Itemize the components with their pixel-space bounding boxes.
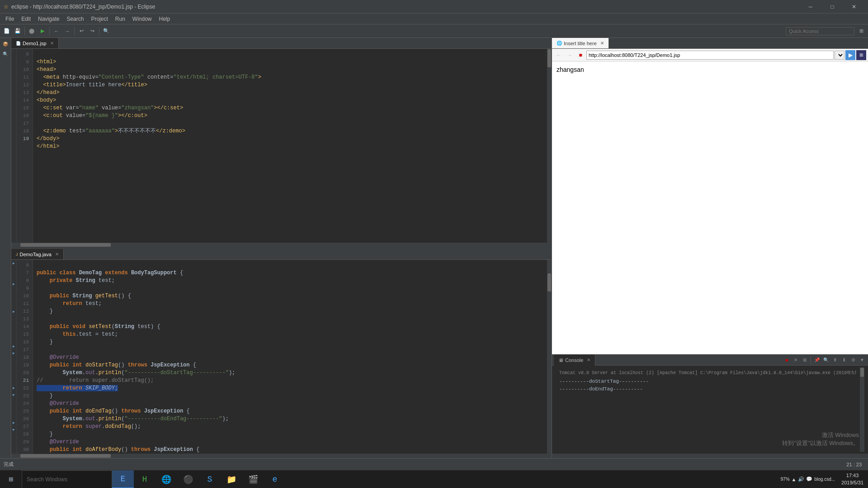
taskbar-app-chrome[interactable]: 🌐 bbox=[156, 470, 177, 488]
window-controls: ─ □ ✕ bbox=[800, 0, 864, 14]
gutter-marker-18: ▶ bbox=[11, 350, 16, 357]
console-clear-button[interactable]: ⊠ bbox=[801, 356, 809, 364]
editor-top-body: 8 9 10 11 12 13 14 15 16 17 18 19 <html>… bbox=[11, 49, 552, 243]
java-icon: J bbox=[16, 252, 18, 257]
line-number: 11 bbox=[19, 74, 31, 81]
line-number: 25 bbox=[19, 408, 31, 415]
demotag-tab-label: DemoTag.java bbox=[20, 252, 52, 257]
taskbar-blog: blog.csd... bbox=[814, 477, 835, 482]
save-button[interactable]: 💾 bbox=[13, 26, 23, 36]
console-remove-button[interactable]: ✕ bbox=[792, 356, 800, 364]
browser-forward-button[interactable]: → bbox=[565, 50, 575, 60]
browser-external-button[interactable]: ⊞ bbox=[856, 50, 866, 60]
browser-back-button[interactable]: ← bbox=[554, 50, 564, 60]
run-button[interactable]: ▶ bbox=[38, 26, 47, 36]
taskbar-ie[interactable]: e bbox=[264, 470, 286, 488]
url-input[interactable] bbox=[586, 51, 834, 60]
code-area-top[interactable]: <html> <head> <meta http-equiv="Content-… bbox=[33, 49, 547, 243]
tab-demo1jsp[interactable]: 📄 Demo1.jsp ✕ bbox=[11, 38, 59, 49]
taskbar-app-dark[interactable]: ⚫ bbox=[177, 470, 199, 488]
menu-project[interactable]: Project bbox=[87, 14, 111, 24]
line-number: 24 bbox=[19, 400, 31, 408]
taskbar-app-s[interactable]: S bbox=[199, 470, 221, 488]
tab-browser[interactable]: 🌐 Insert title here ✕ bbox=[552, 38, 609, 49]
gutter-cell bbox=[11, 64, 16, 72]
console-collapse-button[interactable]: ⬇ bbox=[840, 356, 848, 364]
menu-edit[interactable]: Edit bbox=[18, 14, 34, 24]
console-search-button[interactable]: 🔍 bbox=[822, 356, 830, 364]
perspective-button[interactable]: ⊞ bbox=[856, 26, 866, 36]
taskbar-video[interactable]: 🎬 bbox=[242, 470, 264, 488]
line-number: 18 bbox=[19, 354, 31, 361]
line-number: 14 bbox=[19, 323, 31, 331]
vscrollbar-top[interactable] bbox=[547, 49, 552, 243]
menu-file[interactable]: File bbox=[2, 14, 18, 24]
tab-demotag-java[interactable]: J DemoTag.java ✕ bbox=[11, 249, 64, 260]
hscrollbar-top[interactable] bbox=[11, 243, 547, 247]
console-vscrollbar[interactable] bbox=[860, 367, 864, 452]
taskbar: ⊞ Search Windows E H 🌐 ⚫ S 📁 🎬 e 97% ▲ 🔊… bbox=[0, 470, 868, 488]
console-view-menu-button[interactable]: ▼ bbox=[858, 356, 866, 364]
console-line-2: ----------doEndTag---------- bbox=[559, 385, 856, 393]
menu-window[interactable]: Window bbox=[129, 14, 156, 24]
menu-run[interactable]: Run bbox=[112, 14, 129, 24]
tab-console[interactable]: 🖥 Console ✕ bbox=[554, 355, 595, 366]
console-scroll-corner bbox=[863, 454, 868, 458]
gutter-cell bbox=[11, 364, 16, 371]
browser-stop-button[interactable]: ■ bbox=[576, 50, 585, 60]
browser-go-button[interactable]: ▶ bbox=[845, 50, 855, 60]
console-hscrollbar[interactable] bbox=[552, 454, 863, 458]
maximize-button[interactable]: □ bbox=[822, 0, 843, 14]
close-button[interactable]: ✕ bbox=[844, 0, 864, 14]
gutter-cell bbox=[11, 56, 16, 64]
taskbar-notification: 💬 bbox=[806, 476, 812, 482]
console-server-info: Tomcat v8.0 Server at localhost (2) [Apa… bbox=[559, 369, 856, 377]
gutter-cell bbox=[11, 336, 16, 343]
taskbar-app-h[interactable]: H bbox=[134, 470, 156, 488]
start-button[interactable]: ⊞ bbox=[0, 470, 22, 488]
hscrollbar-bottom[interactable] bbox=[11, 454, 547, 458]
taskbar-eclipse[interactable]: E bbox=[112, 470, 134, 488]
gutter-cell bbox=[11, 315, 16, 322]
demotag-close-icon[interactable]: ✕ bbox=[55, 252, 59, 257]
quick-access-input[interactable] bbox=[786, 27, 854, 35]
back-button[interactable]: ← bbox=[52, 26, 61, 36]
gutter-marker-24: ▶ bbox=[11, 391, 16, 398]
minimize-button[interactable]: ─ bbox=[800, 0, 821, 14]
menu-search[interactable]: Search bbox=[63, 14, 87, 24]
vscrollbar-thumb-bottom bbox=[547, 273, 551, 291]
sidebar-explorer-icon[interactable]: 📦 bbox=[1, 40, 10, 49]
menu-help[interactable]: Help bbox=[156, 14, 174, 24]
line-number: 16 bbox=[19, 112, 31, 120]
demo1jsp-close-icon[interactable]: ✕ bbox=[50, 41, 54, 46]
url-dropdown[interactable] bbox=[835, 51, 844, 60]
new-button[interactable]: 📄 bbox=[2, 26, 12, 36]
gutter-cell bbox=[11, 295, 16, 301]
line-numbers-top: 8 9 10 11 12 13 14 15 16 17 18 19 bbox=[17, 49, 33, 243]
line-number: 28 bbox=[19, 431, 31, 438]
taskbar-search[interactable]: Search Windows bbox=[22, 470, 112, 488]
browser-tab-close-icon[interactable]: ✕ bbox=[600, 41, 604, 46]
gutter-marker-13: ▶ bbox=[11, 308, 16, 315]
code-area-bottom[interactable]: public class DemoTag extends BodyTagSupp… bbox=[33, 260, 547, 454]
taskbar-time[interactable]: 17:43 2019/5/31 bbox=[837, 472, 868, 486]
console-close-icon[interactable]: ✕ bbox=[587, 357, 590, 362]
line-numbers-bottom: 6 7 8 9 10 11 12 13 14 15 16 17 18 19 20… bbox=[17, 260, 33, 454]
console-stop-button[interactable]: ■ bbox=[783, 356, 791, 364]
forward-button[interactable]: → bbox=[62, 26, 72, 36]
redo-button[interactable]: ↪ bbox=[87, 26, 97, 36]
vscrollbar-bottom[interactable] bbox=[547, 260, 552, 454]
line-number: 19 bbox=[19, 361, 31, 369]
undo-button[interactable]: ↩ bbox=[76, 26, 86, 36]
sidebar-search-icon[interactable]: 🔍 bbox=[1, 50, 10, 59]
console-pin-button[interactable]: 📌 bbox=[813, 356, 821, 364]
console-config-button[interactable]: ⚙ bbox=[849, 356, 857, 364]
search-button[interactable]: 🔍 bbox=[101, 26, 111, 36]
console-line-1: ----------doStartTag---------- bbox=[559, 378, 856, 385]
debug-button[interactable]: ⬤ bbox=[27, 26, 37, 36]
taskbar-network: ▲ bbox=[792, 477, 797, 482]
menu-navigate[interactable]: Navigate bbox=[34, 14, 63, 24]
taskbar-files[interactable]: 📁 bbox=[221, 470, 242, 488]
console-expand-button[interactable]: ⬆ bbox=[831, 356, 839, 364]
gutter-cell bbox=[11, 378, 16, 385]
